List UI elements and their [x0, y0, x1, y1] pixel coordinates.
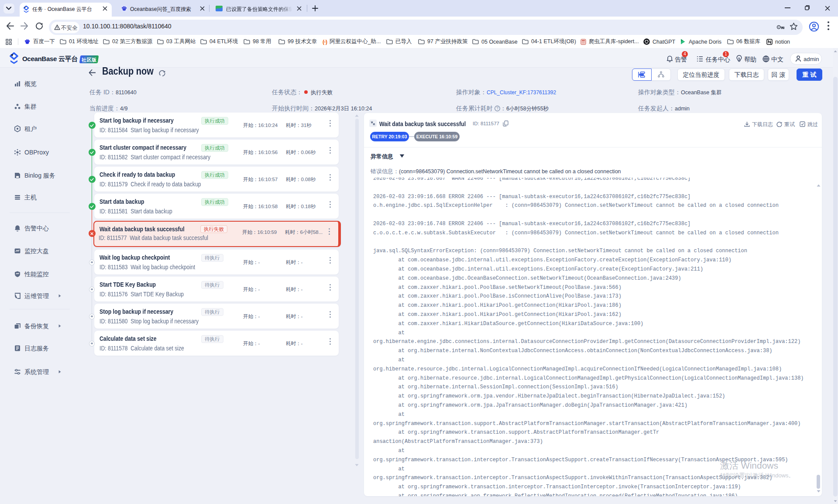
svg-text:?: ? [496, 106, 498, 110]
